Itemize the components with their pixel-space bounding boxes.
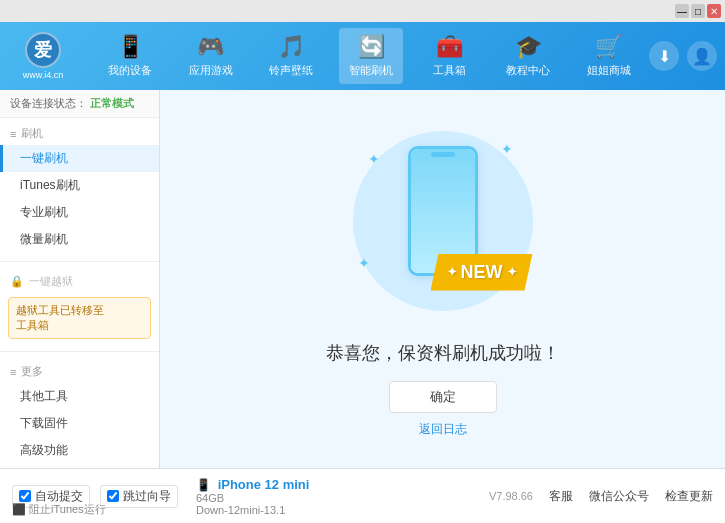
apps-games-label: 应用游戏 xyxy=(189,63,233,78)
success-message: 恭喜您，保资料刷机成功啦！ xyxy=(326,341,560,365)
new-badge: ✦ NEW ✦ xyxy=(431,254,533,291)
status-label: 设备连接状态： xyxy=(10,97,87,109)
app-container: 爱 www.i4.cn 📱 我的设备 🎮 应用游戏 🎵 铃声壁纸 🔄 智能刷机 … xyxy=(0,22,725,523)
top-nav: 爱 www.i4.cn 📱 我的设备 🎮 应用游戏 🎵 铃声壁纸 🔄 智能刷机 … xyxy=(0,22,725,90)
nav-tools[interactable]: 🧰 工具箱 xyxy=(420,28,480,84)
phone-notch xyxy=(431,152,455,157)
minimize-button[interactable]: — xyxy=(675,4,689,18)
sidebar-jailbreak-header: 🔒 一键越狱 xyxy=(0,270,159,293)
tutorial-icon: 🎓 xyxy=(515,34,542,60)
main-content: ✦ ✦ ✦ ✦ NEW ✦ 恭喜您，保资料刷机成功啦！ xyxy=(160,90,725,468)
flash-section-icon: ≡ xyxy=(10,128,16,140)
new-ribbon: ✦ NEW ✦ xyxy=(431,254,533,291)
wechat-link[interactable]: 微信公众号 xyxy=(589,488,649,505)
sidebar-flash-header: ≡ 刷机 xyxy=(0,122,159,145)
nav-store[interactable]: 🛒 姐姐商城 xyxy=(577,28,641,84)
tools-label: 工具箱 xyxy=(433,63,466,78)
nav-right: ⬇ 👤 xyxy=(649,41,717,71)
bottom-wrap: 自动提交 跳过向导 📱 iPhone 12 mini 64GB Down-12m… xyxy=(0,468,725,523)
nav-smart-flash[interactable]: 🔄 智能刷机 xyxy=(339,28,403,84)
lock-icon: 🔒 xyxy=(10,275,24,288)
tutorial-label: 教程中心 xyxy=(506,63,550,78)
nav-apps-games[interactable]: 🎮 应用游戏 xyxy=(179,28,243,84)
logo-area: 爱 www.i4.cn xyxy=(8,32,78,80)
store-icon: 🛒 xyxy=(595,34,622,60)
phone-illustration: ✦ ✦ ✦ ✦ NEW ✦ xyxy=(343,121,543,321)
check-update-link[interactable]: 检查更新 xyxy=(665,488,713,505)
sparkle-bl: ✦ xyxy=(358,255,370,271)
sidebar-item-save-flash[interactable]: 微量刷机 xyxy=(0,226,159,253)
title-bar: — □ ✕ xyxy=(0,0,725,22)
confirm-button[interactable]: 确定 xyxy=(389,381,497,413)
sidebar-item-download-fw[interactable]: 下载固件 xyxy=(0,410,159,437)
nav-ringtones[interactable]: 🎵 铃声壁纸 xyxy=(259,28,323,84)
skip-wizard-label: 跳过向导 xyxy=(123,488,171,505)
sidebar-section-jailbreak: 🔒 一键越狱 越狱工具已转移至 工具箱 xyxy=(0,266,159,347)
device-capacity: 64GB xyxy=(196,492,309,504)
store-label: 姐姐商城 xyxy=(587,63,631,78)
nav-tutorial[interactable]: 🎓 教程中心 xyxy=(496,28,560,84)
device-phone-icon: 📱 xyxy=(196,478,211,492)
version-text: V7.98.66 xyxy=(489,490,533,502)
sidebar-item-itunes-flash[interactable]: iTunes刷机 xyxy=(0,172,159,199)
sidebar-item-pro-flash[interactable]: 专业刷机 xyxy=(0,199,159,226)
sidebar-more-header: ≡ 更多 xyxy=(0,360,159,383)
more-section-icon: ≡ xyxy=(10,366,16,378)
sidebar-item-other-tools[interactable]: 其他工具 xyxy=(0,383,159,410)
maximize-button[interactable]: □ xyxy=(691,4,705,18)
support-link[interactable]: 客服 xyxy=(549,488,573,505)
ringtones-icon: 🎵 xyxy=(278,34,305,60)
device-name: 📱 iPhone 12 mini xyxy=(196,477,309,492)
nav-items: 📱 我的设备 🎮 应用游戏 🎵 铃声壁纸 🔄 智能刷机 🧰 工具箱 🎓 xyxy=(90,28,649,84)
ringtones-label: 铃声壁纸 xyxy=(269,63,313,78)
skip-wizard-checkbox[interactable] xyxy=(107,490,119,502)
nav-my-device[interactable]: 📱 我的设备 xyxy=(98,28,162,84)
sidebar-item-advanced[interactable]: 高级功能 xyxy=(0,437,159,464)
logo-url: www.i4.cn xyxy=(23,70,64,80)
smart-flash-label: 智能刷机 xyxy=(349,63,393,78)
smart-flash-icon: 🔄 xyxy=(358,34,385,60)
auto-submit-checkbox[interactable] xyxy=(19,490,31,502)
sparkle-tr: ✦ xyxy=(501,141,513,157)
window-controls: — □ ✕ xyxy=(675,4,721,18)
sidebar: 设备连接状态： 正常模式 ≡ 刷机 一键刷机 iTunes刷机 专业刷机 xyxy=(0,90,160,468)
back-link[interactable]: 返回日志 xyxy=(419,421,467,438)
sidebar-item-one-click-flash[interactable]: 一键刷机 xyxy=(0,145,159,172)
skip-wizard-group: 跳过向导 xyxy=(100,485,178,508)
flash-section-label: 刷机 xyxy=(21,126,43,141)
new-text: NEW xyxy=(461,262,503,283)
my-device-label: 我的设备 xyxy=(108,63,152,78)
more-section-label: 更多 xyxy=(21,364,43,379)
sidebar-divider-1 xyxy=(0,261,159,262)
warning-line2: 工具箱 xyxy=(16,318,143,333)
close-button[interactable]: ✕ xyxy=(707,4,721,18)
itunes-status: ⬛ 阻止iTunes运行 xyxy=(12,502,106,517)
user-nav-button[interactable]: 👤 xyxy=(687,41,717,71)
sparkle-tl: ✦ xyxy=(368,151,380,167)
device-model: Down-12mini-13.1 xyxy=(196,504,309,516)
status-bar: 设备连接状态： 正常模式 xyxy=(0,90,159,118)
jailbreak-section-label: 一键越狱 xyxy=(29,274,73,289)
tools-icon: 🧰 xyxy=(436,34,463,60)
download-nav-button[interactable]: ⬇ xyxy=(649,41,679,71)
warning-line1: 越狱工具已转移至 xyxy=(16,303,143,318)
sidebar-section-more: ≡ 更多 其他工具 下载固件 高级功能 xyxy=(0,356,159,468)
sidebar-divider-2 xyxy=(0,351,159,352)
stop-icon: ⬛ xyxy=(12,503,26,515)
content-area: 设备连接状态： 正常模式 ≡ 刷机 一键刷机 iTunes刷机 专业刷机 xyxy=(0,90,725,468)
logo-icon: 爱 xyxy=(25,32,61,68)
sidebar-section-flash: ≡ 刷机 一键刷机 iTunes刷机 专业刷机 微量刷机 xyxy=(0,118,159,257)
device-info: 📱 iPhone 12 mini 64GB Down-12mini-13.1 xyxy=(196,477,309,516)
sidebar-jailbreak-warning: 越狱工具已转移至 工具箱 xyxy=(8,297,151,339)
apps-games-icon: 🎮 xyxy=(197,34,224,60)
bottom-right: V7.98.66 客服 微信公众号 检查更新 xyxy=(489,488,713,505)
status-value: 正常模式 xyxy=(90,97,134,109)
bottom-bar: 自动提交 跳过向导 📱 iPhone 12 mini 64GB Down-12m… xyxy=(0,468,725,523)
my-device-icon: 📱 xyxy=(117,34,144,60)
